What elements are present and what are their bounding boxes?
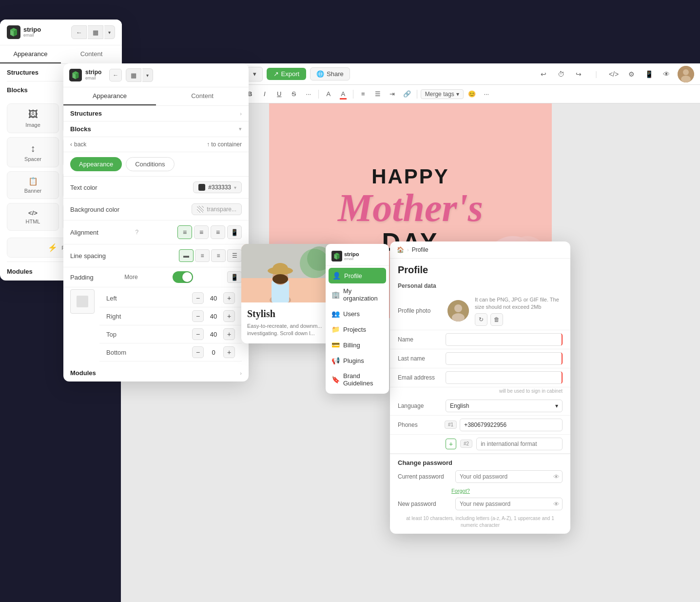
right-decrease[interactable]: −: [192, 310, 204, 322]
link-btn[interactable]: 🔗: [401, 88, 413, 100]
code-btn[interactable]: </>: [606, 67, 621, 81]
tab-content-w1[interactable]: Content: [61, 45, 122, 63]
current-password-eye[interactable]: 👁: [553, 473, 560, 480]
block-spacer[interactable]: ↕ Spacer: [7, 137, 59, 167]
align-center-btn[interactable]: ≡: [194, 225, 209, 239]
block-banner[interactable]: 📋 Banner: [7, 171, 59, 199]
last-name-input[interactable]: [446, 352, 563, 365]
bottom-decrease[interactable]: −: [192, 346, 204, 358]
underline-btn[interactable]: U: [273, 88, 286, 100]
language-label: Language: [398, 402, 442, 409]
ls-btn-2[interactable]: ≡: [195, 249, 210, 262]
new-password-wrapper: 👁: [455, 498, 563, 510]
conditions-button[interactable]: Conditions: [126, 157, 174, 171]
w2-layout-btn[interactable]: ▦: [126, 68, 141, 82]
strikethrough-btn[interactable]: S: [288, 88, 300, 100]
align-left-btn[interactable]: ≡: [177, 225, 192, 239]
back-button[interactable]: ←: [71, 25, 87, 39]
left-increase[interactable]: +: [223, 292, 235, 304]
language-select[interactable]: English ▾: [446, 400, 563, 412]
preview-btn[interactable]: 👁: [659, 67, 674, 81]
top-decrease[interactable]: −: [192, 328, 204, 340]
user-avatar[interactable]: [678, 66, 694, 82]
right-increase[interactable]: +: [223, 310, 235, 322]
share-button[interactable]: 🌐 Share: [310, 67, 350, 80]
w2-caret-btn[interactable]: ▾: [142, 68, 153, 82]
photo-refresh-btn[interactable]: ↻: [475, 313, 487, 326]
padding-toggle[interactable]: [173, 271, 193, 283]
list-btn[interactable]: ☰: [371, 88, 384, 100]
nav-projects[interactable]: 📁 Projects: [326, 321, 389, 337]
current-password-wrapper: 👁: [455, 470, 563, 483]
layout-button[interactable]: ▦: [88, 25, 103, 39]
align-right-btn[interactable]: ≡: [211, 225, 225, 239]
stylish-description: Easy-to-recreate, and downm... investiga…: [247, 322, 333, 338]
stylish-illustration: [241, 244, 339, 302]
top-increase[interactable]: +: [223, 328, 235, 340]
toolbar-icons: ↩ ⏱ ↪ | </> ⚙ 📱 👁: [536, 67, 674, 81]
stylish-image: [241, 244, 339, 302]
more-tools-btn[interactable]: ···: [480, 88, 493, 100]
w2-blocks[interactable]: Blocks ▾: [63, 121, 249, 137]
appearance-button[interactable]: Appearance: [70, 157, 122, 171]
photo-delete-btn[interactable]: 🗑: [490, 313, 503, 326]
block-image[interactable]: 🖼 Image: [7, 103, 59, 133]
w2-modules-section[interactable]: Modules ›: [63, 364, 249, 381]
nav-my-organization[interactable]: 🏢 My organization: [326, 283, 389, 306]
more-text-btn[interactable]: ···: [302, 88, 315, 100]
dropdown-button[interactable]: ▾: [104, 25, 115, 39]
align-mobile-btn[interactable]: 📱: [227, 225, 242, 239]
redo-btn[interactable]: ↪: [571, 67, 586, 81]
tab-appearance-w2[interactable]: Appearance: [63, 87, 156, 105]
photo-label: Profile photo: [398, 307, 442, 314]
nav-org-label: My organization: [343, 287, 383, 302]
merge-tags-select[interactable]: Merge tags ▾: [421, 89, 464, 99]
nav-plugins[interactable]: 📢 Plugins: [326, 353, 389, 368]
ls-btn-3[interactable]: ≡: [211, 249, 226, 262]
left-decrease[interactable]: −: [192, 292, 204, 304]
settings-btn[interactable]: ⚙: [624, 67, 639, 81]
name-input[interactable]: [446, 333, 563, 346]
history-btn[interactable]: ⏱: [554, 67, 568, 81]
nav-billing[interactable]: 💳 Billing: [326, 337, 389, 353]
export-button[interactable]: ↗ Export: [267, 68, 307, 80]
forgot-link[interactable]: Forgot?: [451, 488, 470, 494]
email-input[interactable]: [446, 371, 563, 384]
upload-caret-btn[interactable]: ▾: [247, 67, 263, 81]
nav-users[interactable]: 👥 Users: [326, 306, 389, 321]
block-html[interactable]: </> HTML: [7, 203, 59, 231]
nav-brand-guidelines[interactable]: 🔖 Brand Guidelines: [326, 368, 389, 391]
current-password-input[interactable]: [455, 470, 563, 483]
new-password-input[interactable]: [455, 498, 563, 510]
mobile-btn[interactable]: 📱: [642, 67, 656, 81]
tab-appearance-w1[interactable]: Appearance: [0, 45, 61, 63]
indent-btn[interactable]: ⇥: [386, 88, 399, 100]
back-link[interactable]: ‹ back: [70, 141, 86, 148]
to-container-link[interactable]: ↑ to container: [207, 141, 242, 148]
emoji-btn[interactable]: 😊: [466, 88, 478, 100]
back-chevron: ‹: [70, 141, 72, 148]
ls-btn-4[interactable]: ☰: [227, 249, 242, 262]
text-color-picker[interactable]: #333333 ▾: [193, 181, 242, 193]
w2-structures[interactable]: Structures ›: [63, 106, 249, 121]
bottom-increase[interactable]: +: [223, 346, 235, 358]
phone-2-input[interactable]: [476, 438, 563, 450]
tab-content-w2[interactable]: Content: [156, 87, 249, 105]
undo-btn[interactable]: ↩: [536, 67, 551, 81]
new-password-eye[interactable]: 👁: [553, 500, 560, 507]
w2-back-button[interactable]: ←: [109, 69, 122, 81]
add-phone-button[interactable]: +: [446, 439, 456, 449]
ls-btn-1[interactable]: ▬: [179, 249, 194, 262]
italic-btn[interactable]: I: [258, 88, 271, 100]
email-field-row: Email address: [390, 368, 570, 387]
phone-1-input[interactable]: [460, 419, 563, 431]
align-btn[interactable]: ≡: [357, 88, 369, 100]
font-color-btn[interactable]: A: [322, 88, 335, 100]
w1-header: stripo email ← ▦ ▾: [0, 20, 122, 45]
breadcrumb-sep: ›: [407, 247, 409, 253]
nav-profile[interactable]: 👤 Profile: [329, 268, 386, 283]
font-bg-btn[interactable]: A: [337, 88, 350, 100]
top-label: Top: [106, 331, 136, 338]
bg-color-picker[interactable]: transpare...: [192, 203, 242, 215]
padding-mobile-btn[interactable]: 📱: [227, 271, 242, 283]
